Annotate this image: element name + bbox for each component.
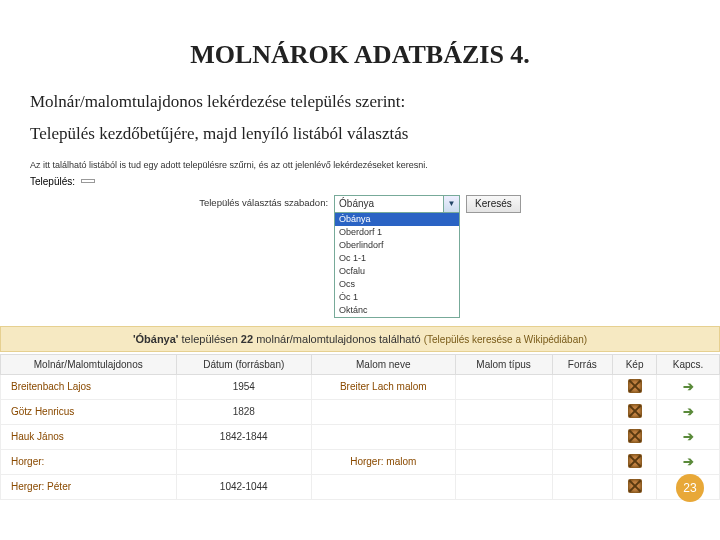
cell-type [455, 374, 552, 399]
page-number-badge: 23 [676, 474, 704, 502]
result-summary: 'Óbánya' településen 22 molnár/malomtula… [0, 326, 720, 352]
arrow-right-icon[interactable]: ➔ [683, 379, 694, 394]
mill-icon [628, 429, 642, 443]
column-header: Kép [612, 354, 656, 374]
cell-malom: Horger: malom [312, 449, 456, 474]
cell-source [552, 474, 612, 499]
arrow-right-icon[interactable]: ➔ [683, 429, 694, 444]
desc-line-1: Molnár/malomtulajdonos lekérdezése telep… [30, 90, 690, 114]
column-header: Malom típus [455, 354, 552, 374]
cell-image [612, 474, 656, 499]
cell-image [612, 399, 656, 424]
cell-source [552, 449, 612, 474]
cell-date [176, 449, 311, 474]
cell-malom [312, 474, 456, 499]
arrow-right-icon[interactable]: ➔ [683, 454, 694, 469]
wikipedia-link[interactable]: (Település keresése a Wikipédiában) [424, 334, 587, 345]
app-screenshot: Az itt található listából is tud egy ado… [0, 156, 720, 500]
cell-name: Breitenbach Lajos [1, 374, 177, 399]
mill-icon [628, 379, 642, 393]
mill-icon [628, 454, 642, 468]
search-label: Település választás szabadon: [199, 195, 328, 208]
cell-type [455, 424, 552, 449]
dropdown-option[interactable]: Oberlindorf [335, 239, 459, 252]
telepules-row: Település: [0, 174, 720, 189]
cell-link[interactable]: ➔ [657, 424, 720, 449]
result-count: 22 [241, 333, 253, 345]
cell-image [612, 374, 656, 399]
desc-line-2: Település kezdőbetűjére, majd lenyíló li… [30, 122, 690, 146]
cell-name: Hauk János [1, 424, 177, 449]
arrow-right-icon[interactable]: ➔ [683, 404, 694, 419]
cell-link[interactable]: ➔ [657, 374, 720, 399]
dropdown-option[interactable]: Ocs [335, 278, 459, 291]
cell-date: 1954 [176, 374, 311, 399]
combo-value[interactable]: Óbánya [334, 195, 444, 213]
dropdown-option[interactable]: Óc 1 [335, 291, 459, 304]
results-table: Molnár/MalomtulajdonosDátum (forrásban)M… [0, 354, 720, 500]
dropdown-option[interactable]: Oc 1-1 [335, 252, 459, 265]
telepules-combobox[interactable]: Óbánya ▼ [334, 195, 460, 213]
result-town: 'Óbánya' [133, 333, 179, 345]
column-header: Forrás [552, 354, 612, 374]
search-button[interactable]: Keresés [466, 195, 521, 213]
column-header: Molnár/Malomtulajdonos [1, 354, 177, 374]
telepules-label: Település: [30, 176, 75, 187]
cell-type [455, 399, 552, 424]
cell-name: Götz Henricus [1, 399, 177, 424]
cell-date: 1842-1844 [176, 424, 311, 449]
cell-name: Herger: Péter [1, 474, 177, 499]
cell-malom: Breiter Lach malom [312, 374, 456, 399]
cell-source [552, 424, 612, 449]
cell-link[interactable]: ➔ [657, 449, 720, 474]
mill-icon [628, 479, 642, 493]
cell-name: Horger: [1, 449, 177, 474]
combo-dropdown[interactable]: ÓbányaOberdorf 1OberlindorfOc 1-1OcfaluO… [334, 213, 460, 318]
table-row: Hauk János1842-1844➔ [1, 424, 720, 449]
cell-image [612, 449, 656, 474]
cell-type [455, 449, 552, 474]
cell-type [455, 474, 552, 499]
column-header: Malom neve [312, 354, 456, 374]
cell-source [552, 374, 612, 399]
top-hint: Az itt található listából is tud egy ado… [0, 156, 720, 174]
table-row: Horger:Horger: malom➔ [1, 449, 720, 474]
dropdown-option[interactable]: Oberdorf 1 [335, 226, 459, 239]
dropdown-option[interactable]: Ocfalu [335, 265, 459, 278]
cell-date: 1042-1044 [176, 474, 311, 499]
cell-date: 1828 [176, 399, 311, 424]
telepules-input[interactable] [81, 179, 95, 183]
slide-title: MOLNÁROK ADATBÁZIS 4. [30, 40, 690, 70]
cell-source [552, 399, 612, 424]
table-row: Breitenbach Lajos1954Breiter Lach malom➔ [1, 374, 720, 399]
column-header: Kapcs. [657, 354, 720, 374]
cell-malom [312, 399, 456, 424]
cell-image [612, 424, 656, 449]
table-row: Götz Henricus1828➔ [1, 399, 720, 424]
dropdown-option[interactable]: Óbánya [335, 213, 459, 226]
cell-malom [312, 424, 456, 449]
chevron-down-icon[interactable]: ▼ [444, 195, 460, 213]
column-header: Dátum (forrásban) [176, 354, 311, 374]
cell-link[interactable]: ➔ [657, 399, 720, 424]
dropdown-option[interactable]: Oktánc [335, 304, 459, 317]
table-row: Herger: Péter1042-1044➔ [1, 474, 720, 499]
mill-icon [628, 404, 642, 418]
